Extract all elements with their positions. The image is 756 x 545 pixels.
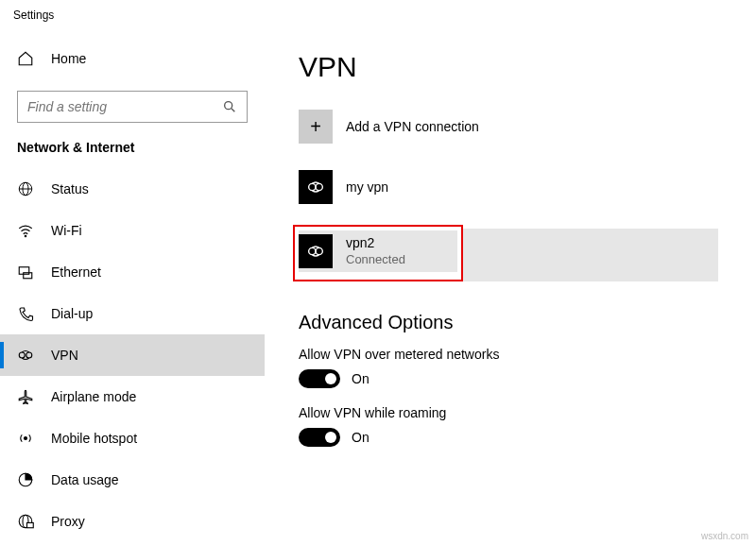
svg-point-16	[316, 183, 322, 190]
svg-point-17	[309, 247, 316, 254]
svg-point-10	[25, 437, 27, 440]
home-icon	[17, 50, 34, 67]
selected-row-tail	[463, 229, 718, 281]
vpn-connection-item-selected[interactable]: vpn2 Connected	[299, 230, 457, 272]
svg-point-9	[26, 352, 32, 358]
svg-point-5	[25, 235, 26, 237]
svg-rect-7	[24, 273, 32, 279]
sidebar-item-label: Mobile hotspot	[51, 431, 137, 446]
vpn-name: vpn2	[346, 234, 405, 251]
category-title: Network & Internet	[0, 140, 265, 168]
content-pane: VPN + Add a VPN connection my vpn vpn2	[265, 30, 756, 545]
toggle-state: On	[352, 430, 369, 445]
toggle-state: On	[352, 371, 369, 386]
add-vpn-button[interactable]: + Add a VPN connection	[299, 104, 718, 149]
vpn-name: my vpn	[346, 179, 388, 196]
proxy-icon	[17, 513, 34, 530]
sidebar-item-hotspot[interactable]: Mobile hotspot	[0, 417, 265, 459]
sidebar-item-label: Proxy	[51, 514, 85, 529]
sidebar-item-proxy[interactable]: Proxy	[0, 501, 265, 542]
globe-icon	[17, 180, 34, 197]
sidebar-item-label: Wi-Fi	[51, 223, 82, 238]
option-label: Allow VPN over metered networks	[299, 347, 718, 362]
vpn-status: Connected	[346, 252, 405, 268]
sidebar-item-label: Dial-up	[51, 306, 93, 321]
airplane-icon	[17, 388, 34, 405]
sidebar-item-datausage[interactable]: Data usage	[0, 459, 265, 501]
sidebar-item-wifi[interactable]: Wi-Fi	[0, 210, 265, 251]
search-icon	[222, 99, 237, 114]
search-box[interactable]	[17, 91, 248, 123]
hotspot-icon	[17, 430, 34, 447]
datausage-icon	[17, 471, 34, 488]
home-nav[interactable]: Home	[0, 40, 265, 77]
option-label: Allow VPN while roaming	[299, 405, 718, 420]
sidebar-item-label: Status	[51, 181, 89, 196]
window-title: Settings	[13, 9, 54, 22]
svg-rect-14	[27, 523, 34, 528]
dialup-icon	[17, 305, 34, 322]
vpn-connection-item[interactable]: my vpn	[299, 164, 718, 210]
add-vpn-label: Add a VPN connection	[346, 118, 479, 135]
plus-icon: +	[299, 110, 333, 144]
ethernet-icon	[17, 264, 34, 281]
toggle-roaming[interactable]	[299, 428, 340, 447]
sidebar-item-label: Data usage	[51, 472, 119, 487]
sidebar-item-airplane[interactable]: Airplane mode	[0, 376, 265, 417]
advanced-options-title: Advanced Options	[299, 312, 718, 333]
window-titlebar: Settings	[0, 0, 756, 30]
vpn-connection-icon	[299, 170, 333, 204]
highlight-box: vpn2 Connected	[293, 225, 463, 281]
sidebar-item-dialup[interactable]: Dial-up	[0, 293, 265, 334]
search-input[interactable]	[27, 99, 222, 114]
page-title: VPN	[299, 51, 718, 83]
sidebar: Home Network & Internet Status Wi-Fi	[0, 30, 265, 545]
sidebar-item-status[interactable]: Status	[0, 168, 265, 210]
sidebar-item-label: Airplane mode	[51, 389, 136, 404]
sidebar-item-ethernet[interactable]: Ethernet	[0, 251, 265, 293]
home-label: Home	[51, 51, 86, 66]
sidebar-item-vpn[interactable]: VPN	[0, 334, 265, 376]
svg-point-18	[316, 247, 322, 254]
svg-point-0	[225, 102, 232, 110]
watermark: wsxdn.com	[701, 531, 748, 541]
svg-point-15	[309, 183, 316, 190]
svg-point-8	[19, 352, 25, 358]
wifi-icon	[17, 222, 34, 239]
sidebar-item-label: Ethernet	[51, 264, 101, 280]
vpn-icon	[17, 347, 34, 364]
toggle-metered[interactable]	[299, 369, 340, 388]
vpn-connection-icon	[299, 234, 333, 268]
sidebar-item-label: VPN	[51, 348, 78, 363]
svg-line-1	[232, 109, 234, 111]
